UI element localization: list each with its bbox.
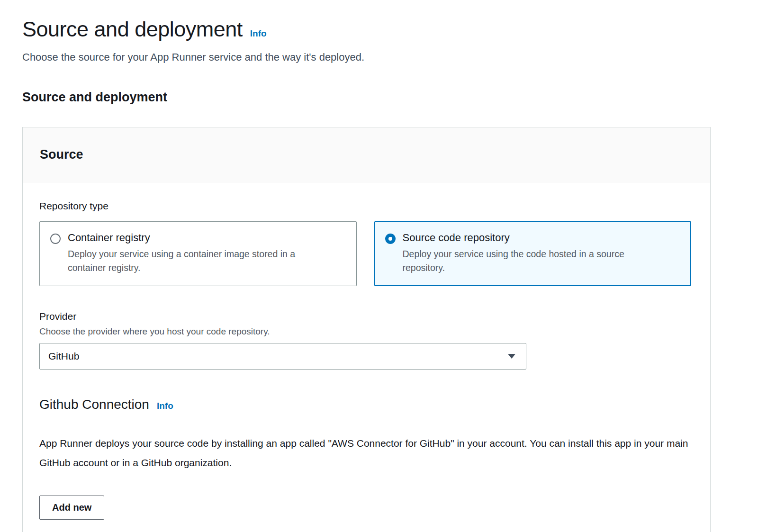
page-subtitle: Choose the source for your App Runner se… [22,51,711,63]
section-heading: Source and deployment [22,90,711,105]
provider-label: Provider [39,311,691,322]
github-connection-heading: Github Connection [39,397,149,412]
page-title-info-link[interactable]: Info [250,28,267,39]
tile-label: Container registry [68,232,150,243]
tile-description: Deploy your service using the code hoste… [403,247,668,275]
radio-unselected-icon[interactable] [50,234,61,244]
add-new-button[interactable]: Add new [39,496,104,520]
provider-description: Choose the provider where you host your … [39,326,691,337]
github-connection-header: Github Connection Info [39,397,691,412]
source-card-header: Source [23,127,710,182]
chevron-down-icon [508,354,515,359]
provider-select-value: GitHub [48,351,79,362]
source-and-deployment-page: Source and deployment Info Choose the so… [0,0,758,532]
repository-type-option-source-code-repository[interactable]: Source code repository Deploy your servi… [374,221,692,286]
tile-text: Source code repository Deploy your servi… [403,232,668,275]
repository-type-group: Container registry Deploy your service u… [39,221,691,286]
source-card-title: Source [40,147,83,162]
tile-description: Deploy your service using a container im… [68,247,333,275]
repository-type-option-container-registry[interactable]: Container registry Deploy your service u… [39,221,357,286]
tile-text: Container registry Deploy your service u… [68,232,333,275]
provider-block: Provider Choose the provider where you h… [39,311,691,370]
page-title: Source and deployment [22,17,243,42]
provider-select[interactable]: GitHub [39,343,526,370]
repository-type-label: Repository type [39,200,691,212]
github-connection-description: App Runner deploys your source code by i… [39,434,691,473]
github-connection-info-link[interactable]: Info [157,401,173,411]
source-card-body: Repository type Container registry Deplo… [23,182,710,532]
tile-label: Source code repository [403,232,510,243]
page-header: Source and deployment Info [22,17,711,42]
source-card: Source Repository type Container registr… [22,127,711,532]
radio-selected-icon[interactable] [385,234,396,244]
